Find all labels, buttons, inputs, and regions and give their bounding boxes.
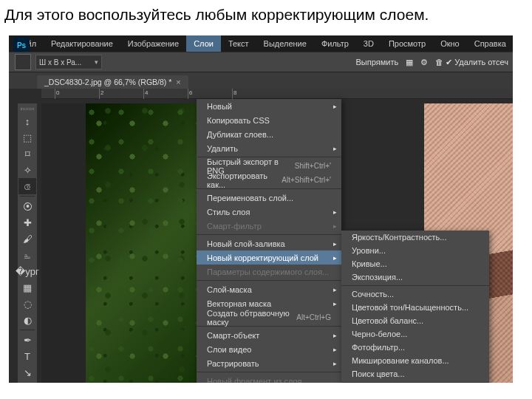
menu-выделение[interactable]: Выделение: [256, 35, 314, 52]
adjustment-submenu-item[interactable]: Микширование каналов...: [341, 354, 489, 367]
layers-menu-item: Параметры содержимого слоя...: [197, 265, 341, 279]
tool-blur[interactable]: ◌: [18, 296, 36, 312]
adjustment-layer-submenu: Яркость/Контрастность...Уровни...Кривые.…: [341, 231, 489, 383]
adjustment-submenu-item[interactable]: Яркость/Контрастность...: [341, 231, 489, 244]
adjustment-submenu-item[interactable]: Цветовой баланс...: [341, 314, 489, 327]
adjustment-submenu-item[interactable]: Цветовой тон/Насыщенность...: [341, 301, 489, 314]
adjustment-submenu-item[interactable]: Черно-белое...: [341, 327, 489, 341]
options-bar: Ш x В x Ра... Выпрямить ▦ ⚙ Удалить отсе…: [9, 52, 513, 72]
adjustment-submenu-item[interactable]: Экспозиция...: [341, 270, 489, 284]
document-tab-label: _DSC4830-2.jpg @ 66,7% (RGB/8) *: [44, 78, 171, 86]
adjustment-submenu-item[interactable]: Фотофильтр...: [341, 341, 489, 354]
layers-menu-item[interactable]: Копировать CSS: [197, 113, 341, 127]
straighten-button[interactable]: Выпрямить: [356, 58, 399, 66]
ps-logo-icon: Ps: [13, 37, 30, 53]
layers-menu-item[interactable]: Удалить: [197, 141, 341, 155]
tool-clone[interactable]: ⎁: [18, 247, 36, 263]
layers-menu-item: Новый фрагмент из слоя: [197, 374, 341, 383]
workspace-gutter: [41, 103, 86, 383]
menu-справка[interactable]: Справка: [467, 35, 513, 52]
menu-просмотр[interactable]: Просмотр: [381, 35, 433, 52]
layers-menu-item[interactable]: Создать обтравочную маскуAlt+Ctrl+G: [197, 310, 341, 324]
layers-menu-dropdown: НовыйКопировать CSSДубликат слоев...Удал…: [197, 99, 341, 383]
tool-move[interactable]: ↕: [18, 113, 36, 129]
menu-3d[interactable]: 3D: [356, 35, 381, 52]
layers-menu-item[interactable]: Стиль слоя: [197, 205, 341, 219]
tool-marquee[interactable]: ⬚: [18, 129, 36, 146]
layers-menu-item[interactable]: Экспортировать как...Alt+Shift+Ctrl+': [197, 173, 341, 187]
menu-слои[interactable]: Слои: [186, 35, 221, 52]
caption-text: Для этого воспользуйтесь любым корректир…: [0, 0, 532, 35]
tool-magic-wand[interactable]: ✧: [18, 162, 36, 178]
layers-menu-item[interactable]: Смарт-объект: [197, 328, 341, 342]
panel-grip-icon[interactable]: [21, 108, 34, 110]
tool-healing[interactable]: ✚: [18, 214, 36, 231]
menu-фильтр[interactable]: Фильтр: [314, 35, 356, 52]
layers-menu-item: Смарт-фильтр: [197, 219, 341, 233]
adjustment-submenu-item[interactable]: Сочность...: [341, 287, 489, 301]
document-tab-row: _DSC4830-2.jpg @ 66,7% (RGB/8) * ×: [9, 72, 513, 89]
tool-brush[interactable]: 🖌: [18, 231, 36, 247]
delete-crop-checkbox[interactable]: Удалить отсеч: [435, 58, 508, 67]
menu-текст[interactable]: Текст: [221, 35, 256, 52]
close-tab-icon[interactable]: ×: [176, 78, 180, 86]
horizontal-ruler: 02468: [41, 89, 513, 99]
menu-изображение[interactable]: Изображение: [120, 35, 186, 52]
tools-panel: ↕⬚⌑✧⟃⦿✚🖌⎁�ург▦◌◐✒T↘▭✋: [18, 103, 37, 383]
layers-menu-item[interactable]: Новый слой-заливка: [197, 236, 341, 250]
grid-icon[interactable]: ▦: [406, 58, 413, 67]
crop-preset-icon[interactable]: [15, 54, 31, 70]
layers-menu-item[interactable]: Дубликат слоев...: [197, 127, 341, 141]
menu-окно[interactable]: Окно: [433, 35, 467, 52]
layers-menu-item[interactable]: Новый: [197, 99, 341, 113]
layers-menu-item[interactable]: Переименовать слой...: [197, 191, 341, 205]
photoshop-window: Ps ФайлРедактированиеИзображениеСлоиТекс…: [9, 35, 513, 383]
tool-eyedropper[interactable]: ⦿: [18, 198, 36, 214]
adjustment-submenu-item[interactable]: Поиск цвета...: [341, 367, 489, 381]
layers-menu-item[interactable]: Слой-маска: [197, 282, 341, 296]
adjustment-submenu-item[interactable]: Уровни...: [341, 244, 489, 257]
tool-bucket[interactable]: ▦: [18, 279, 36, 296]
gear-icon[interactable]: ⚙: [420, 58, 428, 67]
trash-icon: [435, 58, 443, 66]
menu-редактирование[interactable]: Редактирование: [44, 35, 120, 52]
menubar: Ps ФайлРедактированиеИзображениеСлоиТекс…: [9, 35, 513, 52]
tool-eraser[interactable]: �ург: [18, 263, 36, 279]
layers-menu-item[interactable]: Растрировать: [197, 356, 341, 370]
tool-shape[interactable]: ▭: [18, 381, 36, 383]
adjustment-submenu-item[interactable]: Кривые...: [341, 257, 489, 270]
crop-preset-select[interactable]: Ш x В x Ра...: [35, 55, 102, 69]
layers-menu-item[interactable]: Слои видео: [197, 342, 341, 356]
tool-path-select[interactable]: ↘: [18, 364, 36, 381]
tool-lasso[interactable]: ⌑: [18, 146, 36, 162]
tool-pen[interactable]: ✒: [18, 332, 36, 348]
tool-type[interactable]: T: [18, 348, 36, 364]
tool-crop[interactable]: ⟃: [18, 178, 36, 194]
tool-dodge[interactable]: ◐: [18, 312, 36, 328]
check-icon: [446, 58, 452, 67]
document-tab[interactable]: _DSC4830-2.jpg @ 66,7% (RGB/8) * ×: [37, 75, 188, 89]
layers-menu-item[interactable]: Новый корректирующий слой: [197, 250, 341, 265]
